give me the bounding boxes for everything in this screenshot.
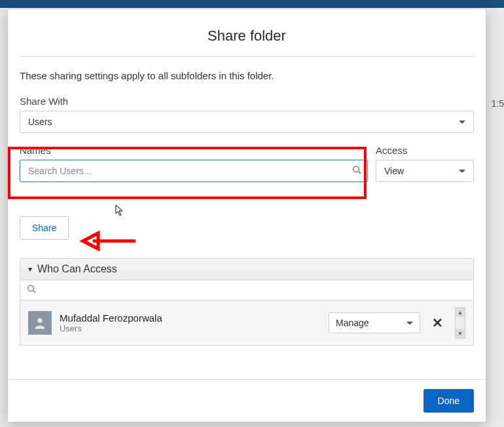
member-type: Users bbox=[60, 324, 321, 333]
remove-member-button[interactable]: ✕ bbox=[428, 315, 447, 331]
done-button[interactable]: Done bbox=[423, 389, 474, 413]
chevron-down-icon bbox=[459, 170, 465, 173]
sharing-subtext: These sharing settings apply to all subf… bbox=[20, 70, 474, 81]
avatar bbox=[28, 311, 52, 335]
share-with-label: Share With bbox=[20, 96, 474, 107]
names-search-input[interactable] bbox=[20, 160, 368, 182]
who-can-access-section: ▾ Who Can Access Mufaddal Ferozporwala U… bbox=[20, 258, 474, 346]
access-label: Access bbox=[376, 145, 474, 156]
svg-line-3 bbox=[33, 291, 36, 293]
background-text: 1:5 bbox=[492, 98, 504, 109]
modal-body: These sharing settings apply to all subf… bbox=[8, 57, 486, 346]
access-filter-row[interactable] bbox=[20, 280, 474, 301]
names-label: Names bbox=[20, 145, 368, 156]
member-row: Mufaddal Ferozporwala Users Manage ✕ ▲ ▼ bbox=[20, 301, 474, 346]
search-icon bbox=[27, 284, 36, 293]
access-value: View bbox=[384, 166, 404, 176]
member-name: Mufaddal Ferozporwala bbox=[60, 312, 321, 324]
scroll-up-icon[interactable]: ▲ bbox=[456, 308, 465, 317]
member-info: Mufaddal Ferozporwala Users bbox=[60, 312, 321, 333]
share-with-value: Users bbox=[28, 117, 52, 127]
scrollbar[interactable]: ▲ ▼ bbox=[455, 307, 465, 339]
access-select[interactable]: View bbox=[376, 160, 474, 182]
names-access-row: Names Access View bbox=[20, 145, 474, 182]
share-with-select[interactable]: Users bbox=[20, 111, 474, 133]
share-folder-modal: Share folder These sharing settings appl… bbox=[8, 9, 486, 422]
permission-select[interactable]: Manage bbox=[329, 312, 420, 333]
scroll-down-icon[interactable]: ▼ bbox=[456, 329, 465, 338]
names-input-wrap bbox=[20, 160, 368, 182]
svg-point-0 bbox=[353, 166, 359, 172]
chevron-down-icon bbox=[406, 322, 413, 325]
who-can-access-title: Who Can Access bbox=[37, 263, 117, 275]
modal-footer: Done bbox=[8, 379, 486, 422]
share-with-select-wrap: Users bbox=[20, 111, 474, 133]
modal-title: Share folder bbox=[8, 9, 486, 56]
names-column: Names bbox=[20, 145, 368, 182]
permission-value: Manage bbox=[336, 318, 369, 328]
person-icon bbox=[33, 316, 47, 330]
app-header-bar bbox=[0, 0, 504, 8]
search-icon bbox=[352, 165, 361, 177]
chevron-down-icon bbox=[459, 121, 465, 124]
who-can-access-header[interactable]: ▾ Who Can Access bbox=[20, 258, 474, 280]
svg-line-1 bbox=[359, 172, 361, 174]
access-column: Access View bbox=[376, 145, 474, 182]
share-button[interactable]: Share bbox=[20, 216, 69, 240]
svg-point-4 bbox=[37, 318, 42, 323]
chevron-down-icon: ▾ bbox=[28, 265, 32, 274]
svg-point-2 bbox=[28, 286, 34, 291]
